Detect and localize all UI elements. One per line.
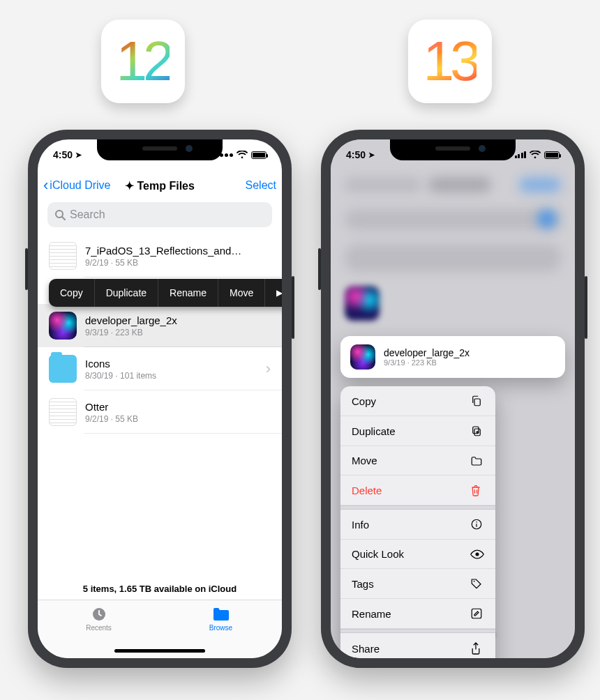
edit-icon xyxy=(470,607,484,620)
clock-icon xyxy=(89,606,109,623)
menu-tags[interactable]: Tags xyxy=(340,569,495,599)
file-title: 7_iPadOS_13_Reflections_and_an… xyxy=(85,245,246,257)
back-label: iCloud Drive xyxy=(50,179,110,192)
file-title: Icons xyxy=(85,358,156,370)
file-row[interactable]: 7_iPadOS_13_Reflections_and_an… 9/2/19 ·… xyxy=(38,234,282,277)
signal-bars-icon xyxy=(515,151,527,158)
share-icon xyxy=(470,641,484,655)
callout-move[interactable]: Move xyxy=(218,279,265,307)
tab-label: Recents xyxy=(86,624,112,632)
menu-share[interactable]: Share xyxy=(340,633,495,658)
file-subtitle: 9/2/19 · 55 KB xyxy=(85,258,246,268)
svg-rect-11 xyxy=(472,609,481,618)
nav-bar: ‹ iCloud Drive ✦ Temp Files Select xyxy=(38,170,282,201)
location-icon: ➤ xyxy=(368,151,375,160)
menu-label: Share xyxy=(352,643,380,655)
callout-duplicate[interactable]: Duplicate xyxy=(95,279,158,307)
file-row[interactable]: Otter 9/2/19 · 55 KB xyxy=(38,390,282,434)
siri-icon xyxy=(350,344,375,370)
ios12-number: 12 xyxy=(117,29,170,93)
chevron-left-icon: ‹ xyxy=(43,178,48,193)
trash-icon xyxy=(470,484,484,496)
tab-label: Browse xyxy=(209,624,232,632)
status-time: 4:50 xyxy=(53,149,73,160)
menu-label: Duplicate xyxy=(352,425,396,437)
edit-menu-callout: Copy Duplicate Rename Move ▶ xyxy=(49,279,282,307)
eye-icon xyxy=(470,549,484,559)
phone-ios12: 4:50 ➤ ‹ iCloud Drive ✦ Temp Files Selec… xyxy=(28,130,292,668)
svg-line-1 xyxy=(62,217,65,220)
duplicate-icon xyxy=(470,425,484,437)
callout-more[interactable]: ▶ xyxy=(265,279,282,307)
context-preview-card[interactable]: developer_large_2x 9/3/19 · 223 KB xyxy=(340,336,565,378)
menu-delete[interactable]: Delete xyxy=(340,475,495,505)
document-icon xyxy=(49,398,77,426)
file-title: Otter xyxy=(85,401,138,413)
tag-icon xyxy=(470,577,484,590)
preview-title: developer_large_2x xyxy=(384,347,470,358)
file-title: developer_large_2x xyxy=(85,314,177,326)
preview-subtitle: 9/3/19 · 223 KB xyxy=(384,358,470,367)
screen-ios13: 4:50 ➤ developer_large_2x 9/3/19 · 223 K… xyxy=(331,139,575,658)
file-subtitle: 8/30/19 · 101 items xyxy=(85,371,156,381)
wifi-icon xyxy=(237,151,248,159)
search-input[interactable]: Search xyxy=(47,202,272,227)
menu-info[interactable]: Info xyxy=(340,510,495,540)
info-icon xyxy=(470,518,484,531)
menu-label: Copy xyxy=(352,395,376,407)
document-icon xyxy=(49,242,77,270)
svg-rect-3 xyxy=(474,399,480,406)
folder-icon xyxy=(49,355,77,383)
menu-label: Tags xyxy=(352,578,374,590)
select-button[interactable]: Select xyxy=(246,179,276,192)
battery-icon xyxy=(544,151,560,159)
menu-rename[interactable]: Rename xyxy=(340,599,495,629)
location-icon: ➤ xyxy=(75,151,82,160)
status-time: 4:50 xyxy=(346,149,366,160)
svg-point-9 xyxy=(476,552,479,556)
file-row-selected[interactable]: developer_large_2x 9/3/19 · 223 KB xyxy=(38,304,282,347)
menu-label: Move xyxy=(352,455,377,466)
chevron-right-icon: › xyxy=(266,360,271,378)
menu-quicklook[interactable]: Quick Look xyxy=(340,540,495,569)
search-icon xyxy=(54,209,66,220)
file-list: 7_iPadOS_13_Reflections_and_an… 9/2/19 ·… xyxy=(38,234,282,434)
file-subtitle: 9/2/19 · 55 KB xyxy=(85,414,138,424)
menu-label: Info xyxy=(352,519,369,531)
copy-icon xyxy=(470,395,484,407)
back-button[interactable]: ‹ iCloud Drive xyxy=(43,178,110,193)
phone-ios13: 4:50 ➤ developer_large_2x 9/3/19 · 223 K… xyxy=(321,130,585,668)
siri-icon xyxy=(49,312,77,340)
ios12-badge: 12 xyxy=(101,20,185,103)
notch xyxy=(390,139,516,160)
search-placeholder: Search xyxy=(70,208,105,221)
menu-duplicate[interactable]: Duplicate xyxy=(340,416,495,446)
menu-label: Rename xyxy=(352,608,391,620)
folder-icon xyxy=(211,606,231,623)
menu-copy[interactable]: Copy xyxy=(340,386,495,416)
ios13-number: 13 xyxy=(423,29,477,93)
battery-icon xyxy=(251,151,267,159)
callout-copy[interactable]: Copy xyxy=(49,279,95,307)
menu-label: Quick Look xyxy=(352,548,404,560)
context-menu: Copy Duplicate Move Delete xyxy=(340,386,495,658)
ios13-badge: 13 xyxy=(408,20,492,103)
svg-point-8 xyxy=(476,522,477,523)
screen-ios12: 4:50 ➤ ‹ iCloud Drive ✦ Temp Files Selec… xyxy=(38,139,282,658)
callout-rename[interactable]: Rename xyxy=(158,279,218,307)
menu-label: Delete xyxy=(352,485,382,496)
storage-footer: 5 items, 1.65 TB available on iCloud xyxy=(38,584,282,594)
file-subtitle: 9/3/19 · 223 KB xyxy=(85,328,177,337)
menu-move[interactable]: Move xyxy=(340,446,495,475)
folder-icon xyxy=(470,455,484,466)
folder-row[interactable]: Icons 8/30/19 · 101 items › xyxy=(38,347,282,390)
svg-point-10 xyxy=(474,581,475,582)
notch xyxy=(97,139,223,160)
wifi-icon xyxy=(530,151,541,159)
home-indicator[interactable] xyxy=(114,649,205,653)
